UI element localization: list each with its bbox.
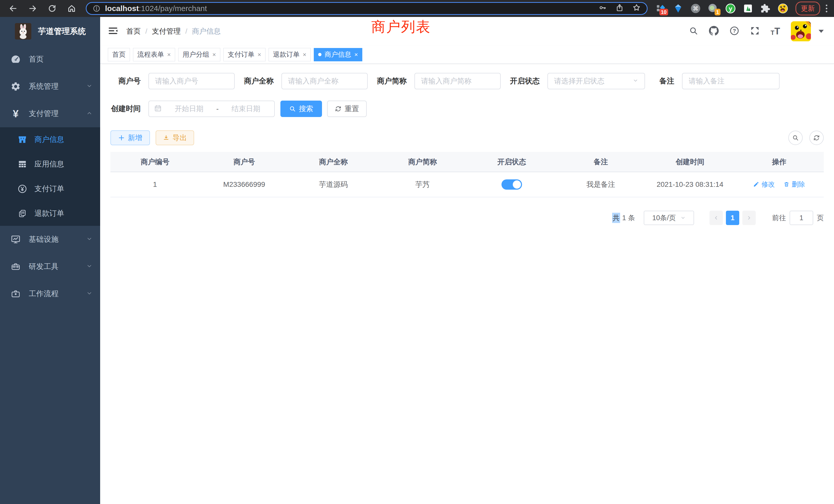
cell-status xyxy=(467,172,556,197)
extensions-puzzle-icon[interactable] xyxy=(760,3,771,14)
extension-recorder-icon[interactable]: 1 xyxy=(708,3,719,14)
profile-smiley-icon[interactable] xyxy=(777,3,788,14)
page-size-select[interactable]: 10条/页 xyxy=(644,211,694,225)
next-page-button[interactable] xyxy=(742,211,756,225)
browser-back-icon[interactable] xyxy=(9,4,18,13)
sidebar-item-merchant-info[interactable]: 商户信息 xyxy=(0,127,100,152)
bookmark-star-icon[interactable] xyxy=(632,4,641,14)
full-name-input[interactable] xyxy=(281,73,368,89)
cell-merchant-id: 1 xyxy=(110,172,199,197)
add-button[interactable]: 新增 xyxy=(110,130,150,145)
site-info-icon[interactable] xyxy=(93,5,101,12)
sidebar-item-payment[interactable]: ¥ 支付管理 xyxy=(0,100,100,127)
store-icon xyxy=(17,135,28,144)
user-avatar[interactable] xyxy=(791,21,811,41)
total-unit: 条 xyxy=(628,213,635,223)
sidebar-item-home[interactable]: 首页 xyxy=(0,46,100,73)
search-button[interactable]: 搜索 xyxy=(280,100,322,117)
sidebar-item-pay-order[interactable]: 支付订单 xyxy=(0,177,100,201)
breadcrumb: 首页 / 支付管理 / 商户信息 xyxy=(126,26,221,36)
tab-home[interactable]: 首页 xyxy=(108,48,130,61)
merchant-no-input[interactable] xyxy=(148,73,235,89)
toggle-knob xyxy=(513,180,521,189)
close-icon[interactable]: × xyxy=(354,51,358,58)
tab-label: 用户分组 xyxy=(182,50,209,59)
breadcrumb-home[interactable]: 首页 xyxy=(126,26,141,36)
browser-menu-icon[interactable] xyxy=(824,4,829,13)
close-icon[interactable]: × xyxy=(303,51,306,58)
date-range-picker[interactable]: 开始日期 - 结束日期 xyxy=(148,100,275,117)
reset-button[interactable]: 重置 xyxy=(327,100,367,117)
browser-chrome: localhost:1024/pay/merchant 10 ⌘ 1 y xyxy=(0,0,834,17)
avatar-caret-icon[interactable] xyxy=(818,30,824,33)
sidebar-item-system[interactable]: 系统管理 xyxy=(0,73,100,100)
tab-label: 支付订单 xyxy=(228,50,255,59)
export-button[interactable]: 导出 xyxy=(156,130,194,145)
sidebar-item-app-info[interactable]: 应用信息 xyxy=(0,152,100,177)
extension-y-icon[interactable]: y xyxy=(725,3,736,14)
url-path: :1024/pay/merchant xyxy=(139,4,207,13)
browser-update-button[interactable]: 更新 xyxy=(795,2,820,16)
edit-link[interactable]: 修改 xyxy=(753,180,775,189)
sidebar-item-infrastructure[interactable]: 基础设施 xyxy=(0,226,100,253)
goto-page-input[interactable] xyxy=(790,211,813,225)
tab-user-group[interactable]: 用户分组× xyxy=(178,48,220,61)
font-size-icon[interactable]: TT xyxy=(771,27,780,36)
tab-merchant-info[interactable]: 商户信息× xyxy=(314,48,362,61)
col-create-time: 创建时间 xyxy=(645,152,734,172)
navbar: 首页 / 支付管理 / 商户信息 ? TT xyxy=(100,17,834,46)
remark-input[interactable] xyxy=(682,73,780,89)
short-name-label: 商户简称 xyxy=(377,76,407,86)
cell-merchant-no: M233666999 xyxy=(199,172,289,197)
extension-sketch-icon[interactable]: 10 xyxy=(655,3,666,14)
breadcrumb-parent[interactable]: 支付管理 xyxy=(152,26,181,36)
status-select[interactable]: 请选择开启状态 xyxy=(547,73,645,89)
tab-pay-order[interactable]: 支付订单× xyxy=(223,48,265,61)
delete-link[interactable]: 删除 xyxy=(784,180,805,189)
pagination: 共 1 条 10条/页 1 前往 页 xyxy=(110,211,824,225)
browser-home-icon[interactable] xyxy=(67,4,76,13)
extension-notes-icon[interactable] xyxy=(743,3,753,14)
fullscreen-icon[interactable] xyxy=(750,26,760,37)
tags-view: 首页 流程表单× 用户分组× 支付订单× 退款订单× 商户信息× xyxy=(100,46,834,64)
sidebar-item-refund-order[interactable]: 退款订单 xyxy=(0,201,100,226)
url-bar[interactable]: localhost:1024/pay/merchant xyxy=(86,2,648,15)
documents-icon xyxy=(17,209,28,218)
help-icon[interactable]: ? xyxy=(729,26,739,37)
page-number-1[interactable]: 1 xyxy=(726,211,739,225)
github-icon[interactable] xyxy=(709,26,719,37)
full-name-label: 商户全称 xyxy=(244,76,274,86)
browser-forward-icon[interactable] xyxy=(28,4,37,13)
rabbit-logo-icon xyxy=(15,23,31,40)
extension-command-icon[interactable]: ⌘ xyxy=(690,3,701,14)
short-name-input[interactable] xyxy=(414,73,501,89)
chevron-down-icon xyxy=(86,262,92,271)
share-icon[interactable] xyxy=(615,4,624,14)
extension-gem-icon[interactable] xyxy=(673,3,683,14)
extension-badge: 10 xyxy=(659,9,668,16)
range-separator: - xyxy=(216,105,219,113)
close-icon[interactable]: × xyxy=(258,51,261,58)
sidebar-item-workflow[interactable]: 工作流程 xyxy=(0,280,100,307)
refresh-button[interactable] xyxy=(809,131,824,145)
tab-flow-form[interactable]: 流程表单× xyxy=(133,48,175,61)
goto-unit: 页 xyxy=(817,213,824,223)
close-icon[interactable]: × xyxy=(167,51,171,58)
toolbox-icon xyxy=(10,262,22,272)
sidebar-item-label: 退款订单 xyxy=(35,208,64,219)
browser-reload-icon[interactable] xyxy=(48,4,57,13)
create-time-label: 创建时间 xyxy=(110,104,141,114)
header-search-icon[interactable] xyxy=(689,26,698,37)
close-icon[interactable]: × xyxy=(212,51,216,58)
tab-refund-order[interactable]: 退款订单× xyxy=(269,48,311,61)
remark-label: 备注 xyxy=(659,76,674,86)
status-toggle[interactable] xyxy=(502,179,522,190)
app-logo[interactable]: 芋道管理系统 xyxy=(0,17,100,46)
toggle-search-button[interactable] xyxy=(788,131,803,145)
prev-page-button[interactable] xyxy=(709,211,723,225)
password-key-icon[interactable] xyxy=(598,4,607,14)
sidebar-collapse-icon[interactable] xyxy=(108,26,118,37)
page-size-value: 10条/页 xyxy=(652,213,676,223)
tab-label: 流程表单 xyxy=(137,50,164,59)
sidebar-item-devtools[interactable]: 研发工具 xyxy=(0,253,100,280)
